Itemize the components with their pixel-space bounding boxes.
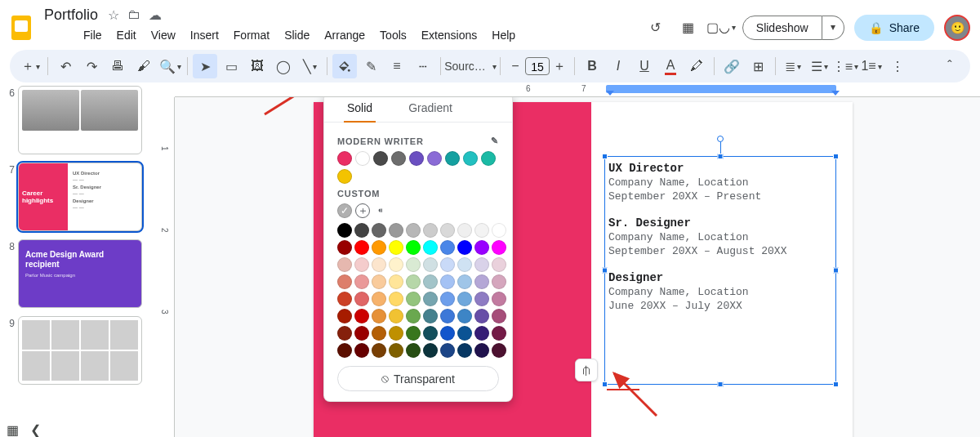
- underline-button[interactable]: U: [632, 54, 657, 78]
- shape-tool[interactable]: ◯: [271, 54, 296, 78]
- color-swatch[interactable]: [423, 223, 438, 238]
- resize-handle[interactable]: [833, 154, 839, 159]
- color-swatch[interactable]: [492, 309, 506, 323]
- highlight-button[interactable]: 🖍: [684, 54, 709, 78]
- color-swatch[interactable]: [463, 151, 478, 166]
- color-swatch[interactable]: [457, 292, 472, 306]
- menu-format[interactable]: Format: [227, 25, 276, 45]
- color-swatch[interactable]: [389, 343, 403, 358]
- color-swatch[interactable]: [354, 309, 369, 323]
- color-swatch[interactable]: [406, 326, 421, 341]
- color-swatch[interactable]: [440, 292, 455, 306]
- color-swatch[interactable]: [474, 292, 489, 306]
- color-swatch[interactable]: [389, 326, 403, 341]
- color-swatch[interactable]: [337, 151, 352, 166]
- slideshow-dropdown[interactable]: ▾: [822, 16, 844, 40]
- italic-button[interactable]: I: [606, 54, 630, 78]
- color-swatch[interactable]: [354, 292, 369, 306]
- color-swatch-custom[interactable]: [337, 203, 352, 218]
- color-swatch[interactable]: [457, 240, 472, 255]
- color-swatch[interactable]: [423, 257, 438, 272]
- color-swatch[interactable]: [474, 274, 489, 289]
- color-swatch[interactable]: [406, 240, 421, 255]
- menu-file[interactable]: File: [77, 25, 109, 45]
- selected-textbox[interactable]: UX Director Company Name, Location Septe…: [604, 156, 836, 385]
- color-swatch[interactable]: [389, 223, 403, 238]
- color-swatch[interactable]: [440, 274, 455, 289]
- color-swatch[interactable]: [440, 240, 455, 255]
- border-weight-button[interactable]: ≡: [385, 54, 409, 78]
- color-swatch[interactable]: [354, 274, 369, 289]
- line-spacing-button[interactable]: ☰▾: [807, 54, 831, 78]
- slides-logo[interactable]: [10, 13, 33, 42]
- menu-insert[interactable]: Insert: [184, 25, 225, 45]
- image-tool[interactable]: 🖼: [245, 54, 270, 78]
- color-swatch[interactable]: [481, 151, 496, 166]
- history-icon[interactable]: ↺: [644, 16, 667, 39]
- color-swatch[interactable]: [423, 309, 438, 323]
- resize-handle[interactable]: [718, 154, 724, 159]
- slideshow-button[interactable]: Slideshow: [742, 16, 822, 40]
- color-swatch[interactable]: [423, 326, 438, 341]
- color-swatch[interactable]: [474, 240, 489, 255]
- comments-icon[interactable]: ▦: [677, 16, 700, 39]
- resize-handle[interactable]: [833, 268, 839, 274]
- textbox-tool[interactable]: ▭: [219, 54, 243, 78]
- motion-chip[interactable]: ⫛: [575, 359, 598, 381]
- color-swatch[interactable]: [406, 257, 421, 272]
- bold-button[interactable]: B: [580, 54, 604, 78]
- color-swatch[interactable]: [337, 274, 352, 289]
- menu-help[interactable]: Help: [485, 25, 522, 45]
- border-color-button[interactable]: ✎: [359, 54, 383, 78]
- account-avatar[interactable]: 🙂: [944, 15, 970, 41]
- thumb-slide-7[interactable]: Career highlights UX Director— —Sr. Desi…: [18, 163, 142, 231]
- color-swatch[interactable]: [492, 240, 506, 255]
- color-swatch[interactable]: [492, 257, 506, 272]
- edit-theme-icon[interactable]: ✎: [491, 136, 499, 146]
- numbered-list-button[interactable]: 1≡▾: [859, 54, 884, 78]
- eyedropper-icon[interactable]: ⁌: [373, 203, 388, 218]
- insert-comment-button[interactable]: ⊞: [746, 54, 770, 78]
- color-swatch[interactable]: [474, 223, 489, 238]
- move-icon[interactable]: 🗀: [127, 7, 140, 23]
- menu-tools[interactable]: Tools: [373, 25, 413, 45]
- new-slide-button[interactable]: ＋▾: [18, 54, 42, 78]
- color-swatch[interactable]: [372, 292, 386, 306]
- resize-handle[interactable]: [602, 154, 608, 159]
- menu-view[interactable]: View: [145, 25, 182, 45]
- color-swatch[interactable]: [337, 169, 352, 184]
- text-color-button[interactable]: A: [658, 54, 683, 78]
- color-swatch[interactable]: [372, 326, 386, 341]
- color-swatch[interactable]: [373, 151, 388, 166]
- share-button[interactable]: 🔒 Share: [854, 15, 934, 41]
- color-swatch[interactable]: [406, 309, 421, 323]
- color-swatch[interactable]: [423, 240, 438, 255]
- color-swatch[interactable]: [427, 151, 442, 166]
- color-swatch[interactable]: [391, 151, 406, 166]
- select-tool[interactable]: ➤: [193, 54, 217, 78]
- color-swatch[interactable]: [389, 292, 403, 306]
- color-swatch[interactable]: [492, 292, 506, 306]
- color-swatch[interactable]: [474, 309, 489, 323]
- color-swatch[interactable]: [457, 326, 472, 341]
- font-family-select[interactable]: Sourc…▾: [446, 54, 495, 78]
- color-swatch[interactable]: [423, 292, 438, 306]
- undo-button[interactable]: ↶: [53, 54, 78, 78]
- font-size-decrease[interactable]: −: [506, 54, 525, 78]
- color-swatch[interactable]: [406, 292, 421, 306]
- color-swatch[interactable]: [457, 343, 472, 358]
- color-swatch[interactable]: [474, 326, 489, 341]
- color-swatch[interactable]: [354, 257, 369, 272]
- color-swatch[interactable]: [372, 274, 386, 289]
- color-swatch[interactable]: [457, 309, 472, 323]
- rotate-handle[interactable]: [717, 136, 724, 142]
- color-swatch[interactable]: [355, 151, 370, 166]
- color-swatch[interactable]: [423, 343, 438, 358]
- doc-title[interactable]: Portfolio: [41, 5, 101, 25]
- color-swatch[interactable]: [457, 223, 472, 238]
- fill-color-button[interactable]: [332, 54, 357, 78]
- color-swatch[interactable]: [337, 257, 352, 272]
- color-swatch[interactable]: [372, 240, 386, 255]
- color-swatch[interactable]: [492, 223, 506, 238]
- color-swatch[interactable]: [337, 292, 352, 306]
